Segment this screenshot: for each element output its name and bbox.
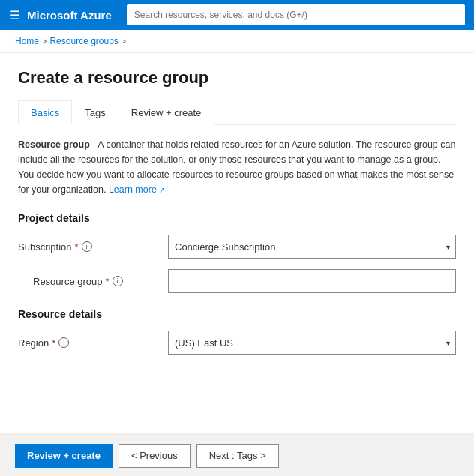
region-row: Region * i (US) East US(US) West US(US) … bbox=[18, 331, 456, 355]
region-select[interactable]: (US) East US(US) West US(US) Central US(… bbox=[168, 331, 456, 355]
review-create-button[interactable]: Review + create bbox=[15, 444, 112, 468]
tab-review-create[interactable]: Review + create bbox=[118, 100, 214, 125]
next-tags-button[interactable]: Next : Tags > bbox=[196, 444, 279, 468]
resource-group-row: Resource group * i bbox=[18, 269, 456, 293]
breadcrumb-home[interactable]: Home bbox=[15, 36, 39, 46]
tab-bar: Basics Tags Review + create bbox=[18, 100, 456, 125]
breadcrumb-separator-2: > bbox=[122, 37, 126, 46]
subscription-control: Concierge Subscription ▾ bbox=[168, 235, 456, 259]
subscription-select[interactable]: Concierge Subscription bbox=[168, 235, 456, 259]
region-select-wrapper: (US) East US(US) West US(US) Central US(… bbox=[168, 331, 456, 355]
subscription-required: * bbox=[75, 241, 79, 253]
resource-group-required: * bbox=[106, 276, 110, 287]
project-details-heading: Project details bbox=[18, 212, 456, 224]
region-required: * bbox=[52, 337, 56, 349]
subscription-row: Subscription * i Concierge Subscription … bbox=[18, 235, 456, 259]
bottom-action-bar: Review + create < Previous Next : Tags > bbox=[0, 434, 474, 476]
breadcrumb: Home > Resource groups > bbox=[0, 30, 474, 53]
resource-group-info-icon[interactable]: i bbox=[112, 276, 123, 286]
learn-more-link[interactable]: Learn more bbox=[109, 184, 165, 195]
resource-details-heading: Resource details bbox=[18, 308, 456, 320]
subscription-label: Subscription * i bbox=[18, 241, 168, 253]
resource-group-description: Resource group - A container that holds … bbox=[18, 137, 456, 197]
region-info-icon[interactable]: i bbox=[58, 337, 69, 348]
breadcrumb-resource-groups[interactable]: Resource groups bbox=[50, 36, 118, 46]
breadcrumb-separator-1: > bbox=[42, 37, 46, 46]
tab-basics[interactable]: Basics bbox=[18, 100, 72, 125]
subscription-info-icon[interactable]: i bbox=[82, 241, 92, 252]
top-navigation: ☰ Microsoft Azure bbox=[0, 0, 474, 30]
resource-group-control bbox=[168, 269, 456, 293]
page-title: Create a resource group bbox=[18, 68, 456, 88]
tab-tags[interactable]: Tags bbox=[72, 100, 118, 125]
hamburger-icon[interactable]: ☰ bbox=[9, 8, 20, 22]
azure-logo: Microsoft Azure bbox=[27, 9, 112, 22]
resource-group-label: Resource group * i bbox=[18, 276, 168, 287]
previous-button[interactable]: < Previous bbox=[118, 444, 190, 468]
search-input[interactable] bbox=[127, 4, 465, 25]
region-control: (US) East US(US) West US(US) Central US(… bbox=[168, 331, 456, 355]
main-content: Create a resource group Basics Tags Revi… bbox=[0, 53, 474, 433]
region-label: Region * i bbox=[18, 337, 168, 349]
resource-group-input[interactable] bbox=[168, 269, 456, 293]
subscription-select-wrapper: Concierge Subscription ▾ bbox=[168, 235, 456, 259]
